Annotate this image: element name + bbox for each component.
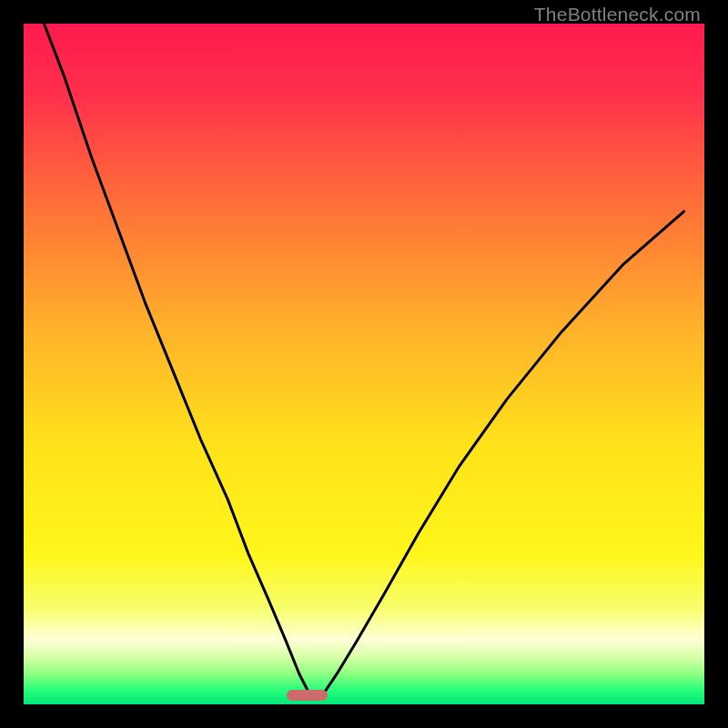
watermark-text: TheBottleneck.com bbox=[534, 4, 701, 25]
bottleneck-curve bbox=[24, 24, 704, 704]
plot-frame bbox=[24, 24, 704, 704]
optimal-marker bbox=[287, 690, 328, 701]
